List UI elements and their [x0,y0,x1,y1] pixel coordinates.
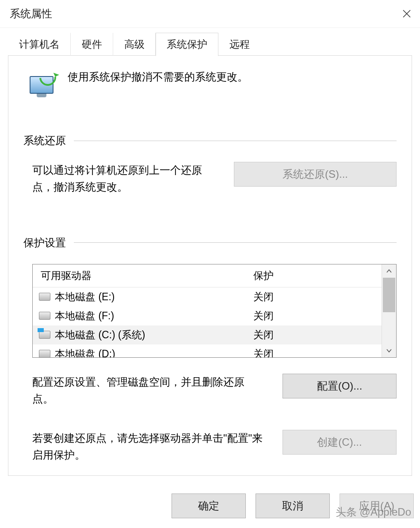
system-restore-icon [28,72,55,98]
drive-protection-status: 关闭 [253,309,382,323]
tab-hardware[interactable]: 硬件 [71,33,113,56]
drive-list: 可用驱动器 保护 本地磁盘 (E:)关闭本地磁盘 (F:)关闭本地磁盘 (C:)… [32,264,397,358]
section-heading-protection: 保护设置 [23,236,397,250]
dialog-footer: 确定 取消 应用(A) [0,485,420,528]
drive-protection-status: 关闭 [253,328,382,342]
drive-row[interactable]: 本地磁盘 (C:) (系统)关闭 [33,325,382,344]
section-title-protection: 保护设置 [23,236,66,250]
drive-list-header: 可用驱动器 保护 [33,264,382,287]
close-icon[interactable] [398,5,416,23]
scrollbar-track[interactable] [382,278,396,344]
scrollbar[interactable] [382,264,396,357]
drive-icon [39,331,50,339]
intro-row: 使用系统保护撤消不需要的系统更改。 [23,69,397,98]
drive-label: 本地磁盘 (F:) [55,309,253,323]
tab-computer-name[interactable]: 计算机名 [8,33,71,56]
drive-label: 本地磁盘 (D:) [55,347,253,357]
system-restore-button[interactable]: 系统还原(S)... [234,162,397,187]
scrollbar-thumb[interactable] [383,278,395,312]
scroll-up-icon[interactable] [382,264,396,278]
drive-protection-status: 关闭 [253,290,382,304]
tab-advanced[interactable]: 高级 [113,33,156,56]
window-title: 系统属性 [10,7,52,21]
column-drive[interactable]: 可用驱动器 [33,269,253,283]
tab-system-protection[interactable]: 系统保护 [156,33,218,56]
apply-button[interactable]: 应用(A) [340,494,414,518]
section-heading-restore: 系统还原 [23,134,397,148]
restore-desc: 可以通过将计算机还原到上一个还原点，撤消系统更改。 [32,162,216,196]
configure-button[interactable]: 配置(O)... [283,374,397,398]
configure-desc: 配置还原设置、管理磁盘空间，并且删除还原点。 [32,374,265,408]
drive-label: 本地磁盘 (C:) (系统) [55,328,253,342]
intro-text: 使用系统保护撤消不需要的系统更改。 [68,69,248,84]
create-desc: 若要创建还原点，请先选择驱动器并单击"配置"来启用保护。 [32,430,265,464]
drive-row[interactable]: 本地磁盘 (D:)关闭 [33,344,382,357]
drive-label: 本地磁盘 (E:) [55,290,253,304]
create-button[interactable]: 创建(C)... [283,430,397,455]
drive-row[interactable]: 本地磁盘 (E:)关闭 [33,287,382,306]
tab-panel-system-protection: 使用系统保护撤消不需要的系统更改。 系统还原 可以通过将计算机还原到上一个还原点… [8,56,412,476]
column-protection[interactable]: 保护 [253,269,382,283]
drive-row[interactable]: 本地磁盘 (F:)关闭 [33,306,382,325]
section-rule [74,242,397,243]
cancel-button[interactable]: 取消 [256,494,330,518]
scroll-down-icon[interactable] [382,344,396,357]
tab-remote[interactable]: 远程 [218,33,260,56]
drive-icon [39,312,50,320]
titlebar: 系统属性 [0,0,420,28]
drive-icon [39,293,50,301]
drive-protection-status: 关闭 [253,347,382,357]
ok-button[interactable]: 确定 [172,494,246,518]
drive-icon [39,350,50,357]
section-title-restore: 系统还原 [23,134,66,148]
tab-strip: 计算机名 硬件 高级 系统保护 远程 [0,34,420,56]
section-rule [74,141,397,141]
